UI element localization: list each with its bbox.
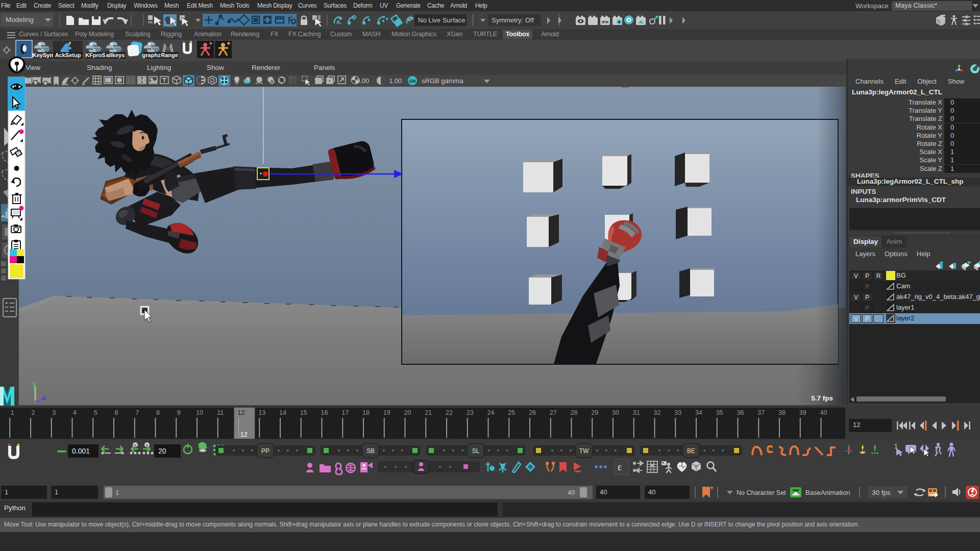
svg-text:No Live Surface: No Live Surface: [418, 16, 465, 24]
svg-text:32: 32: [654, 409, 661, 416]
svg-text:10: 10: [196, 409, 203, 416]
svg-text:37: 37: [757, 409, 765, 416]
svg-text:15: 15: [300, 409, 307, 416]
svg-text:35: 35: [716, 409, 723, 416]
svg-text:12: 12: [238, 409, 245, 416]
svg-text:Range: Range: [161, 52, 178, 58]
svg-text:31: 31: [633, 409, 640, 416]
svg-text:Symmetry: Off: Symmetry: Off: [492, 16, 534, 24]
svg-text:20: 20: [404, 409, 411, 416]
svg-text:26: 26: [529, 409, 536, 416]
svg-text:1: 1: [894, 443, 898, 450]
svg-text:28: 28: [571, 409, 578, 416]
svg-text:+: +: [328, 79, 331, 84]
svg-text:34: 34: [695, 409, 702, 416]
svg-text:z: z: [42, 394, 46, 402]
svg-text:GN: GN: [409, 79, 416, 84]
svg-text:18: 18: [362, 409, 370, 416]
svg-text:24: 24: [487, 409, 495, 416]
svg-text:S: S: [145, 443, 148, 448]
svg-text:SB: SB: [366, 447, 375, 455]
svg-text:36: 36: [737, 409, 744, 416]
svg-text:5: 5: [94, 409, 97, 416]
svg-text:19: 19: [383, 409, 390, 416]
svg-text:2: 2: [32, 409, 35, 416]
svg-text:BE: BE: [687, 447, 695, 455]
svg-text:7: 7: [135, 409, 139, 416]
svg-text:29: 29: [591, 409, 598, 416]
svg-text:14: 14: [279, 409, 286, 416]
svg-text:9: 9: [177, 409, 181, 416]
svg-text:IPR: IPR: [602, 20, 609, 24]
svg-text:25: 25: [508, 409, 515, 416]
svg-text:KeySyn: KeySyn: [33, 52, 54, 58]
svg-text:11: 11: [217, 409, 224, 416]
svg-text:40: 40: [820, 409, 827, 416]
svg-text:AckSetup: AckSetup: [55, 52, 81, 58]
svg-text:No Character Set: No Character Set: [737, 489, 786, 496]
svg-text:S: S: [134, 443, 136, 448]
svg-text:4: 4: [73, 409, 77, 416]
svg-text:1.00: 1.00: [389, 77, 402, 85]
svg-text:sRGB gamma: sRGB gamma: [422, 77, 463, 85]
svg-text:SL: SL: [472, 447, 480, 455]
svg-text:1: 1: [11, 409, 14, 416]
svg-text:KFproS: KFproS: [85, 52, 106, 58]
svg-text:5.7 fps: 5.7 fps: [811, 394, 833, 402]
svg-text:PP: PP: [261, 447, 270, 455]
svg-text:39: 39: [799, 409, 806, 416]
svg-text:TW: TW: [579, 447, 589, 455]
svg-text:13: 13: [258, 409, 265, 416]
svg-text:6: 6: [115, 409, 118, 416]
svg-text:20: 20: [158, 447, 166, 455]
svg-text:y: y: [33, 380, 37, 387]
svg-text:30 fps: 30 fps: [872, 489, 891, 496]
svg-text:22: 22: [446, 409, 453, 416]
svg-text:0.001: 0.001: [72, 447, 90, 455]
svg-text:8: 8: [156, 409, 160, 416]
svg-text:12: 12: [240, 431, 248, 438]
svg-text:21: 21: [425, 409, 432, 416]
svg-text:16: 16: [321, 409, 328, 416]
svg-text:33: 33: [674, 409, 681, 416]
svg-text:allkeys: allkeys: [106, 52, 125, 58]
svg-text:17: 17: [341, 409, 349, 416]
svg-text:23: 23: [467, 409, 474, 416]
svg-text:30: 30: [612, 409, 619, 416]
svg-text:x: x: [37, 393, 40, 399]
svg-text:ε: ε: [618, 461, 622, 472]
svg-text:BaseAnimation: BaseAnimation: [805, 489, 850, 496]
svg-text:40: 40: [568, 489, 575, 496]
svg-text:0.00: 0.00: [356, 77, 369, 85]
svg-text:38: 38: [778, 409, 786, 416]
svg-text:27: 27: [550, 409, 557, 416]
svg-text:3: 3: [52, 409, 56, 416]
svg-text:1: 1: [115, 489, 119, 496]
